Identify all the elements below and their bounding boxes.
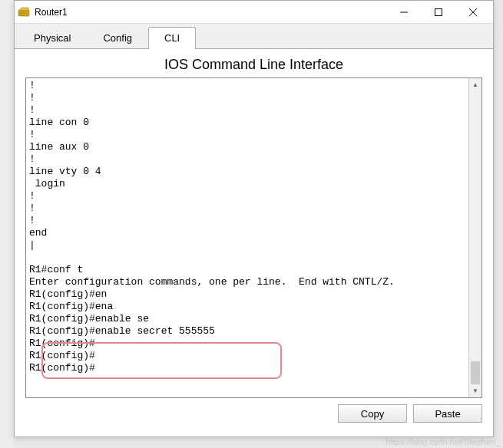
close-button[interactable]: [455, 2, 490, 23]
maximize-button[interactable]: [421, 2, 455, 23]
terminal-container: ! ! ! line con 0 ! line aux 0 ! line vty…: [25, 77, 482, 398]
watermark-text: https://blog.csdn.net/Stephen_: [386, 437, 500, 446]
router-window: Router1 Physical Config CLI IOS Command …: [14, 0, 494, 437]
svg-point-2: [22, 12, 24, 14]
app-icon: [18, 6, 30, 18]
scrollbar[interactable]: ▲ ▼: [468, 78, 481, 397]
tab-config[interactable]: Config: [87, 27, 148, 48]
content-area: IOS Command Line Interface ! ! ! line co…: [15, 49, 493, 430]
tab-physical[interactable]: Physical: [18, 27, 87, 48]
svg-rect-4: [435, 8, 442, 15]
paste-button[interactable]: Paste: [413, 404, 482, 423]
scroll-thumb[interactable]: [471, 361, 480, 384]
window-controls: [386, 2, 490, 23]
window-title: Router1: [35, 7, 386, 18]
minimize-button[interactable]: [386, 2, 421, 23]
scroll-up-icon[interactable]: ▲: [469, 78, 481, 91]
titlebar: Router1: [15, 1, 493, 24]
button-row: Copy Paste: [25, 398, 482, 423]
svg-point-1: [20, 12, 22, 14]
outer-background: [0, 0, 14, 448]
cli-terminal[interactable]: ! ! ! line con 0 ! line aux 0 ! line vty…: [26, 78, 468, 397]
tab-cli[interactable]: CLI: [148, 27, 196, 49]
cli-heading: IOS Command Line Interface: [25, 57, 482, 73]
copy-button[interactable]: Copy: [338, 404, 407, 423]
tab-bar: Physical Config CLI: [15, 24, 493, 49]
scroll-down-icon[interactable]: ▼: [469, 384, 481, 397]
scroll-track[interactable]: [469, 91, 481, 384]
